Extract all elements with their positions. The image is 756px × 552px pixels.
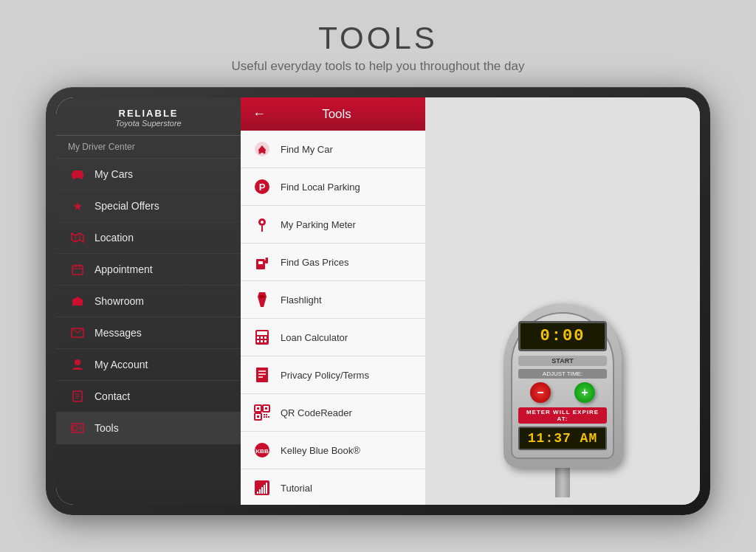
svg-rect-57 [268, 416, 269, 418]
sidebar-item-messages[interactable]: Messages [56, 317, 241, 349]
find-my-car-icon [251, 139, 273, 159]
tool-item-find-gas-prices-label: Find Gas Prices [281, 257, 348, 268]
svg-line-12 [78, 328, 83, 333]
tool-item-find-my-car[interactable]: Find My Car [241, 131, 425, 168]
tool-item-tutorial[interactable]: Tutorial [241, 469, 425, 505]
page-title: TOOLS [0, 21, 756, 56]
svg-rect-54 [266, 414, 267, 415]
find-local-parking-icon: P [251, 176, 273, 197]
loan-calculator-icon [251, 327, 273, 348]
sidebar-item-my-cars[interactable]: My Cars [56, 159, 241, 190]
svg-point-2 [72, 176, 75, 179]
svg-rect-19 [73, 426, 77, 430]
meter-head: 0:00 START ADJUST TIME: − + METER WILL E… [511, 312, 614, 459]
tutorial-icon [251, 477, 273, 498]
tool-item-find-my-car-label: Find My Car [281, 144, 333, 155]
meter-display: 0:00 [518, 321, 607, 351]
expire-display: 11:37 AM [518, 427, 607, 450]
svg-text:P: P [259, 182, 266, 193]
tools-panel: ← Tools Find My Car P Find Local Parking [241, 97, 425, 505]
svg-rect-65 [266, 483, 267, 494]
tool-list: Find My Car P Find Local Parking My Park… [241, 131, 425, 505]
svg-point-3 [80, 176, 83, 179]
expire-label: METER WILL EXPIRE AT: [518, 407, 607, 424]
star-icon: ★ [68, 199, 87, 213]
tool-item-my-parking-meter[interactable]: My Parking Meter [241, 206, 425, 244]
sidebar-item-messages-label: Messages [94, 327, 142, 339]
tool-item-flashlight[interactable]: Flashlight [241, 281, 425, 319]
tool-item-tutorial-label: Tutorial [281, 483, 312, 494]
tool-item-find-local-parking[interactable]: P Find Local Parking [241, 168, 425, 206]
svg-rect-56 [266, 416, 267, 418]
svg-rect-39 [264, 337, 267, 339]
sidebar-item-contact[interactable]: Contact [56, 381, 241, 413]
tool-item-kelley-blue-book[interactable]: KBB Kelley Blue Book® [241, 432, 425, 469]
svg-rect-42 [264, 340, 267, 342]
tool-item-qr-codereader[interactable]: QR CodeReader [241, 394, 425, 432]
sidebar-item-contact-label: Contact [94, 390, 130, 402]
svg-rect-62 [259, 489, 261, 494]
svg-rect-37 [257, 337, 259, 339]
svg-rect-53 [264, 414, 265, 415]
plus-button[interactable]: + [574, 382, 595, 403]
sidebar-item-appointment[interactable]: Appointment [56, 254, 241, 286]
sidebar-item-my-account[interactable]: My Account [56, 349, 241, 381]
sidebar-item-tools-label: Tools [94, 422, 119, 434]
svg-rect-38 [261, 337, 263, 339]
tool-item-find-local-parking-label: Find Local Parking [281, 182, 360, 193]
tablet-screen: RELIABLE Toyota Superstore My Driver Cen… [56, 97, 700, 505]
page-header: TOOLS Useful everyday tools to help you … [0, 0, 756, 87]
sidebar-item-showroom[interactable]: Showroom [56, 286, 241, 317]
calendar-icon [68, 262, 87, 277]
meter-controls: − + [518, 382, 607, 403]
map-icon [68, 230, 87, 245]
svg-rect-32 [265, 258, 268, 263]
svg-rect-50 [257, 407, 259, 410]
sidebar-nav: My Cars ★ Special Offers Location [56, 159, 241, 505]
logo-reliable: RELIABLE [68, 108, 229, 119]
showroom-icon [68, 294, 87, 308]
svg-rect-64 [264, 485, 265, 494]
logo-toyota: Toyota Superstore [68, 119, 229, 128]
svg-rect-43 [256, 368, 268, 382]
tools-icon [68, 421, 87, 435]
sidebar-driver-center-label: My Driver Center [56, 136, 241, 159]
svg-rect-52 [257, 415, 259, 418]
sidebar-item-tools[interactable]: Tools [56, 413, 241, 444]
sidebar-item-my-cars-label: My Cars [94, 168, 133, 180]
svg-rect-63 [261, 487, 263, 494]
expire-time: 11:37 AM [524, 431, 601, 446]
back-button[interactable]: ← [252, 106, 266, 122]
find-gas-prices-icon [251, 252, 273, 272]
panel-header: ← Tools [241, 97, 425, 131]
sidebar-item-location[interactable]: Location [56, 222, 241, 254]
svg-text:KBB: KBB [255, 448, 269, 455]
tool-item-qr-codereader-label: QR CodeReader [281, 407, 352, 418]
tool-item-find-gas-prices[interactable]: Find Gas Prices [241, 244, 425, 281]
sidebar-item-special-offers[interactable]: ★ Special Offers [56, 190, 241, 222]
right-panel: 0:00 START ADJUST TIME: − + METER WILL E… [425, 97, 700, 505]
flashlight-icon [251, 289, 273, 310]
page-subtitle: Useful everyday tools to help you throug… [0, 59, 756, 74]
minus-button[interactable]: − [530, 382, 551, 403]
meter-pole [555, 468, 570, 497]
svg-rect-1 [73, 170, 82, 173]
kelley-blue-book-icon: KBB [251, 440, 273, 460]
sidebar-item-showroom-label: Showroom [94, 295, 144, 307]
qr-codereader-icon [251, 402, 273, 423]
privacy-policy-icon [251, 365, 273, 385]
sidebar-item-appointment-label: Appointment [94, 263, 153, 275]
svg-point-29 [261, 221, 264, 224]
car-icon [68, 167, 87, 182]
meter-time: 0:00 [526, 327, 599, 345]
message-icon [68, 325, 87, 340]
sidebar-item-my-account-label: My Account [94, 359, 148, 370]
svg-rect-51 [265, 407, 267, 410]
tool-item-loan-calculator[interactable]: Loan Calculator [241, 319, 425, 356]
sidebar-item-special-offers-label: Special Offers [94, 200, 159, 212]
svg-rect-55 [264, 416, 265, 418]
tool-item-privacy-policy[interactable]: Privacy Policy/Terms [241, 356, 425, 394]
svg-rect-40 [257, 340, 259, 342]
tool-item-flashlight-label: Flashlight [281, 294, 322, 306]
meter-start-button[interactable]: START [518, 356, 607, 366]
